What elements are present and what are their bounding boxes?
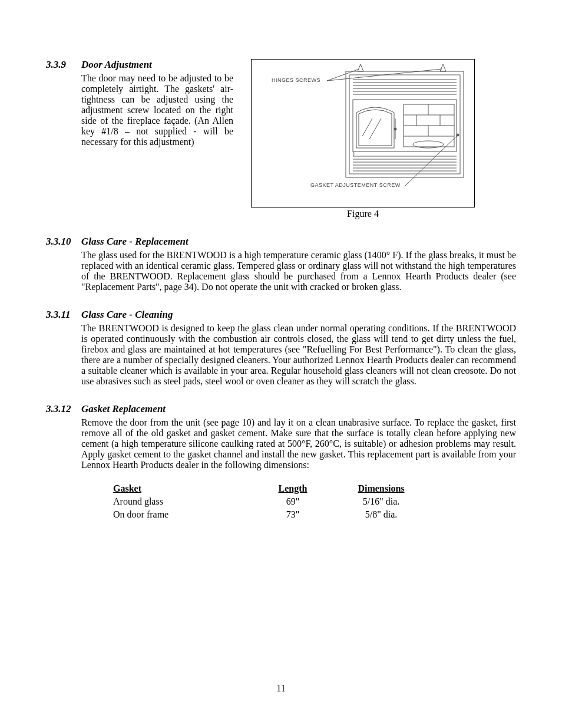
header-dimensions: Dimensions bbox=[337, 482, 425, 495]
table-row: On door frame 73" 5/8" dia. bbox=[113, 508, 425, 521]
svg-point-31 bbox=[457, 134, 459, 136]
page-number: 11 bbox=[0, 683, 562, 694]
cell-dimensions: 5/8" dia. bbox=[337, 508, 425, 521]
section-3312: 3.3.12 Gasket Replacement Remove the doo… bbox=[46, 403, 516, 521]
section-number: 3.3.10 bbox=[46, 236, 81, 248]
body-339: The door may need to be adjusted to be c… bbox=[81, 73, 233, 147]
svg-line-9 bbox=[362, 118, 372, 136]
section-number: 3.3.12 bbox=[46, 403, 81, 415]
section-339-row: 3.3.9 Door Adjustment The door may need … bbox=[46, 59, 516, 219]
document-page: 3.3.9 Door Adjustment The door may need … bbox=[0, 0, 562, 728]
cell-gasket: On door frame bbox=[113, 508, 249, 521]
heading-3310: 3.3.10 Glass Care - Replacement bbox=[46, 236, 516, 248]
header-gasket: Gasket bbox=[113, 482, 249, 495]
svg-line-10 bbox=[369, 118, 381, 139]
body-3311: The BRENTWOOD is designed to keep the gl… bbox=[81, 323, 516, 387]
section-3311: 3.3.11 Glass Care - Cleaning The BRENTWO… bbox=[46, 309, 516, 387]
heading-339: 3.3.9 Door Adjustment bbox=[46, 59, 233, 71]
section-title: Glass Care - Replacement bbox=[81, 236, 189, 248]
table-header-row: Gasket Length Dimensions bbox=[113, 482, 425, 495]
header-length: Length bbox=[249, 482, 337, 495]
svg-point-12 bbox=[394, 128, 396, 130]
svg-rect-0 bbox=[346, 71, 464, 177]
cell-dimensions: 5/16" dia. bbox=[337, 495, 425, 508]
body-3312: Remove the door from the unit (see page … bbox=[81, 417, 516, 470]
gasket-table: Gasket Length Dimensions Around glass 69… bbox=[113, 482, 516, 521]
diagram-label-hinges: HINGES SCREWS bbox=[272, 77, 320, 83]
diagram-label-gasket: GASKET ADJUSTEMENT SCREW bbox=[310, 182, 401, 188]
section-number: 3.3.9 bbox=[46, 59, 81, 71]
section-title: Door Adjustment bbox=[81, 59, 152, 71]
section-339-left: 3.3.9 Door Adjustment The door may need … bbox=[46, 59, 233, 147]
table-row: Around glass 69" 5/16" dia. bbox=[113, 495, 425, 508]
svg-line-30 bbox=[405, 136, 457, 186]
section-3310: 3.3.10 Glass Care - Replacement The glas… bbox=[46, 236, 516, 292]
cell-length: 69" bbox=[249, 495, 337, 508]
figure-4-diagram: HINGES SCREWS GASKET ADJUSTEMENT SCREW bbox=[251, 59, 475, 207]
section-title: Gasket Replacement bbox=[81, 403, 166, 415]
section-number: 3.3.11 bbox=[46, 309, 81, 321]
figure-caption: Figure 4 bbox=[251, 209, 475, 219]
body-3310: The glass used for the BRENTWOOD is a hi… bbox=[81, 250, 516, 292]
cell-gasket: Around glass bbox=[113, 495, 249, 508]
section-title: Glass Care - Cleaning bbox=[81, 309, 173, 321]
cell-length: 73" bbox=[249, 508, 337, 521]
heading-3311: 3.3.11 Glass Care - Cleaning bbox=[46, 309, 516, 321]
heading-3312: 3.3.12 Gasket Replacement bbox=[46, 403, 516, 415]
figure-4-container: HINGES SCREWS GASKET ADJUSTEMENT SCREW F… bbox=[251, 59, 516, 219]
